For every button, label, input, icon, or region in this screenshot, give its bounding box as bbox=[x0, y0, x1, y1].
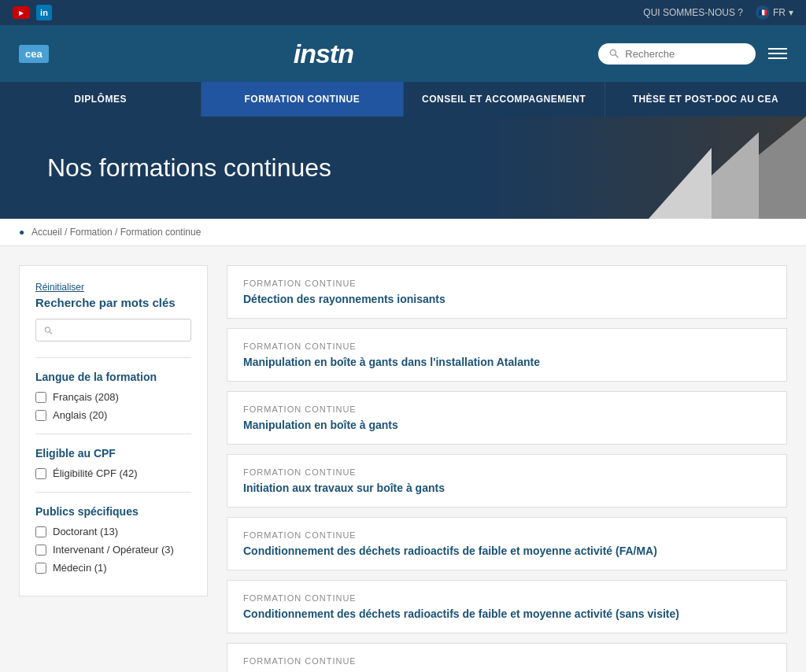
result-tag: FORMATION CONTINUE bbox=[243, 530, 771, 540]
triangle-3 bbox=[649, 148, 712, 219]
search-section-title: Recherche par mots clés bbox=[35, 296, 191, 309]
filter-cpf[interactable]: Éligibilité CPF (42) bbox=[35, 467, 191, 479]
results-list: FORMATION CONTINUE Détection des rayonne… bbox=[227, 265, 787, 672]
checkbox-intervenant[interactable] bbox=[35, 545, 46, 556]
filter-francais-label: Français (208) bbox=[53, 391, 119, 403]
flag-icon: 🇫🇷 bbox=[756, 6, 770, 20]
result-link[interactable]: Manipulation en boîte à gants dans l'ins… bbox=[243, 356, 540, 368]
breadcrumb-dot: ● bbox=[19, 227, 24, 238]
language-section-title: Langue de la formation bbox=[35, 371, 191, 383]
result-link[interactable]: Initiation aux travaux sur boîte à gants bbox=[243, 482, 445, 494]
nav-formation-continue[interactable]: FORMATION CONTINUE bbox=[202, 82, 403, 116]
breadcrumb-current: Formation continue bbox=[120, 227, 202, 238]
hero-title: Nos formations continues bbox=[47, 153, 331, 183]
result-tag: FORMATION CONTINUE bbox=[243, 593, 771, 603]
result-tag: FORMATION CONTINUE bbox=[243, 342, 771, 351]
nav-conseil[interactable]: CONSEIL ET ACCOMPAGNEMENT bbox=[404, 82, 605, 116]
result-tag: FORMATION CONTINUE bbox=[243, 656, 771, 666]
main-content: Réinitialiser Recherche par mots clés La… bbox=[0, 246, 806, 672]
qui-sommes-link[interactable]: QUI SOMMES-NOUS ? bbox=[643, 7, 743, 18]
language-selector[interactable]: 🇫🇷 FR ▾ bbox=[756, 6, 793, 20]
header-right bbox=[598, 43, 787, 65]
result-card[interactable]: FORMATION CONTINUE Détection des rayonne… bbox=[227, 265, 787, 319]
keyword-search-wrapper bbox=[35, 319, 191, 342]
nav-these[interactable]: THÈSE ET POST-DOC AU CEA bbox=[605, 82, 806, 116]
result-card[interactable]: FORMATION CONTINUE Manipulation en boîte… bbox=[227, 328, 787, 382]
svg-point-0 bbox=[610, 50, 616, 55]
filter-intervenant[interactable]: Intervenant / Opérateur (3) bbox=[35, 544, 191, 556]
result-tag: FORMATION CONTINUE bbox=[243, 404, 771, 414]
filter-francais[interactable]: Français (208) bbox=[35, 391, 191, 403]
breadcrumb-accueil[interactable]: Accueil bbox=[31, 227, 62, 238]
checkbox-doctorant[interactable] bbox=[35, 526, 46, 537]
breadcrumb-sep1: / bbox=[65, 227, 70, 238]
keyword-search-input[interactable] bbox=[57, 324, 183, 336]
result-tag: FORMATION CONTINUE bbox=[243, 467, 771, 477]
filter-doctorant[interactable]: Doctorant (13) bbox=[35, 526, 191, 537]
result-link[interactable]: Manipulation en boîte à gants bbox=[243, 419, 398, 431]
lang-chevron: ▾ bbox=[789, 7, 793, 18]
linkedin-icon[interactable]: in bbox=[36, 5, 52, 20]
nav-diplomes[interactable]: DIPLÔMES bbox=[0, 82, 202, 116]
divider-1 bbox=[35, 357, 191, 358]
breadcrumb: ● Accueil / Formation / Formation contin… bbox=[0, 219, 806, 246]
lang-label: FR bbox=[773, 7, 786, 18]
top-bar: in QUI SOMMES-NOUS ? 🇫🇷 FR ▾ bbox=[0, 0, 806, 25]
result-link[interactable]: Conditionnement des déchets radioactifs … bbox=[243, 545, 657, 557]
result-card[interactable]: FORMATION CONTINUE Initiation aux travau… bbox=[227, 454, 787, 508]
hero-triangles bbox=[554, 116, 806, 219]
sidebar: Réinitialiser Recherche par mots clés La… bbox=[19, 265, 208, 596]
hero-decoration bbox=[531, 116, 806, 219]
header: cea instn bbox=[0, 25, 806, 82]
search-icon bbox=[609, 48, 619, 59]
reset-link[interactable]: Réinitialiser bbox=[35, 282, 191, 293]
result-tag: FORMATION CONTINUE bbox=[243, 279, 771, 288]
checkbox-francais[interactable] bbox=[35, 392, 46, 403]
result-link[interactable]: Conditionnement des déchets radioactifs … bbox=[243, 607, 679, 620]
cpf-section-title: Eligible au CPF bbox=[35, 447, 191, 460]
svg-line-3 bbox=[50, 331, 52, 334]
social-links: in bbox=[13, 5, 52, 20]
svg-line-1 bbox=[615, 54, 618, 57]
result-card[interactable]: FORMATION CONTINUE Et une autre formatio… bbox=[227, 643, 787, 672]
result-card[interactable]: FORMATION CONTINUE Conditionnement des d… bbox=[227, 580, 787, 633]
divider-2 bbox=[35, 434, 191, 434]
filter-medecin-label: Médecin (1) bbox=[53, 562, 107, 574]
search-box[interactable] bbox=[598, 43, 756, 65]
svg-point-2 bbox=[45, 327, 50, 331]
filter-anglais-label: Anglais (20) bbox=[53, 409, 107, 421]
site-title[interactable]: instn bbox=[294, 39, 353, 69]
keyword-search-icon bbox=[44, 326, 53, 335]
search-input[interactable] bbox=[625, 48, 745, 60]
cea-logo[interactable]: cea bbox=[19, 45, 49, 63]
breadcrumb-formation[interactable]: Formation bbox=[70, 227, 113, 238]
breadcrumb-sep2: / bbox=[115, 227, 120, 238]
filter-medecin[interactable]: Médecin (1) bbox=[35, 562, 191, 574]
hero-section: Nos formations continues bbox=[0, 116, 806, 219]
checkbox-medecin[interactable] bbox=[35, 563, 46, 574]
checkbox-anglais[interactable] bbox=[35, 410, 46, 421]
main-nav: DIPLÔMES FORMATION CONTINUE CONSEIL ET A… bbox=[0, 82, 806, 116]
checkbox-cpf[interactable] bbox=[35, 468, 46, 479]
filter-anglais[interactable]: Anglais (20) bbox=[35, 409, 191, 421]
result-card[interactable]: FORMATION CONTINUE Conditionnement des d… bbox=[227, 517, 787, 570]
filter-cpf-label: Éligibilité CPF (42) bbox=[53, 467, 138, 479]
divider-3 bbox=[35, 492, 191, 493]
public-section-title: Publics spécifiques bbox=[35, 505, 191, 518]
result-card[interactable]: FORMATION CONTINUE Manipulation en boîte… bbox=[227, 391, 787, 445]
filter-doctorant-label: Doctorant (13) bbox=[53, 526, 118, 537]
top-bar-right: QUI SOMMES-NOUS ? 🇫🇷 FR ▾ bbox=[643, 6, 793, 20]
hamburger-menu[interactable] bbox=[768, 48, 787, 59]
result-link[interactable]: Détection des rayonnements ionisants bbox=[243, 293, 446, 305]
filter-intervenant-label: Intervenant / Opérateur (3) bbox=[53, 544, 174, 556]
youtube-icon[interactable] bbox=[13, 6, 30, 19]
